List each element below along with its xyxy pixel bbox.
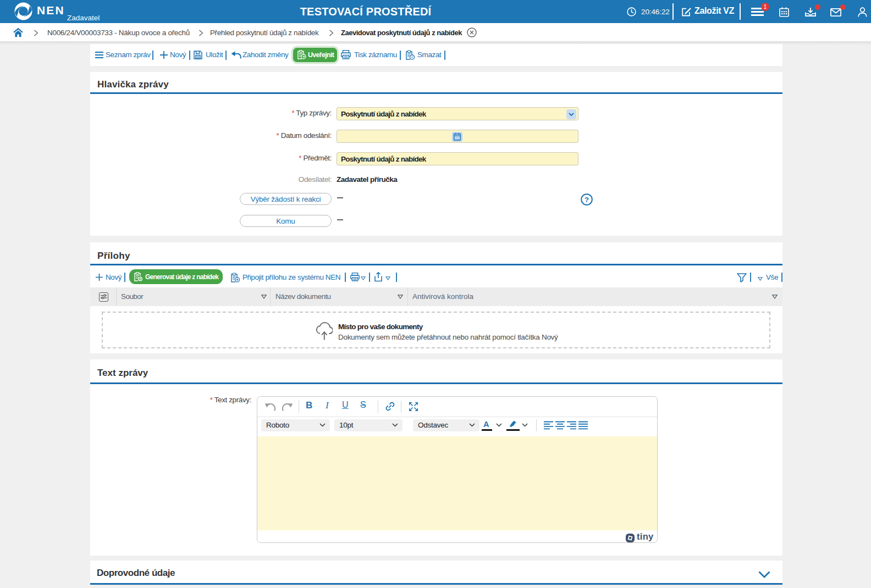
svg-text:?: ?: [585, 196, 589, 204]
